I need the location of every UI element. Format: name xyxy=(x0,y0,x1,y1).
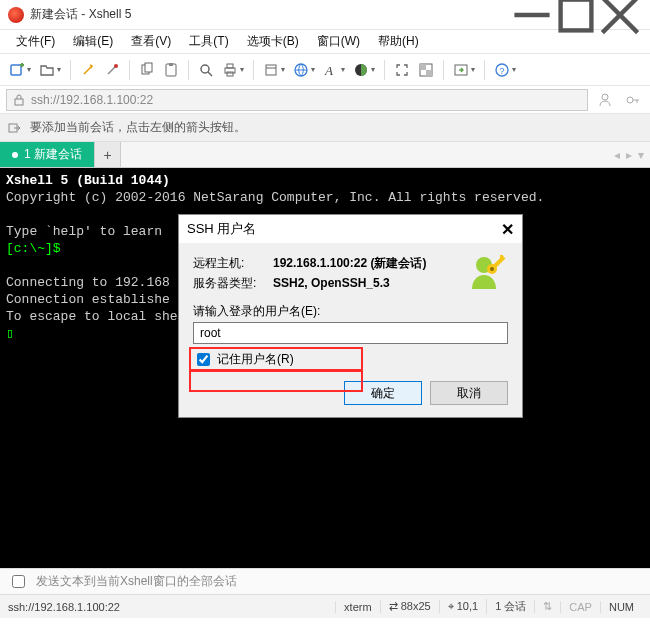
menu-view[interactable]: 查看(V) xyxy=(123,31,179,52)
tab-menu-icon[interactable]: ▾ xyxy=(638,148,644,162)
svg-rect-11 xyxy=(169,63,173,66)
term-cursor: ▯ xyxy=(6,326,14,341)
lock-icon xyxy=(13,94,25,106)
term-line: Connection establishe xyxy=(6,292,170,307)
svg-rect-1 xyxy=(561,0,592,30)
close-button[interactable] xyxy=(598,0,642,30)
term-line: Type `help' to learn xyxy=(6,224,170,239)
tab-label: 1 新建会话 xyxy=(24,146,82,163)
tab-nav: ◂ ▸ ▾ xyxy=(608,142,650,167)
encoding-button[interactable]: ▾ xyxy=(290,58,318,82)
username-input[interactable] xyxy=(193,322,508,344)
info-bar: 要添加当前会话，点击左侧的箭头按钮。 xyxy=(0,114,650,142)
print-button[interactable]: ▾ xyxy=(219,58,247,82)
status-up-icon[interactable]: ⇅ xyxy=(534,600,560,613)
tab-strip: 1 新建会话 + ◂ ▸ ▾ xyxy=(0,142,650,168)
status-dot-icon xyxy=(12,152,18,158)
tab-add-button[interactable]: + xyxy=(95,142,121,167)
separator xyxy=(188,60,189,80)
remember-username-label: 记住用户名(R) xyxy=(217,351,294,368)
color-scheme-button[interactable]: ▾ xyxy=(350,58,378,82)
term-line: To escape to local she xyxy=(6,309,178,324)
menu-tools[interactable]: 工具(T) xyxy=(181,31,236,52)
term-line: Connecting to 192.168 xyxy=(6,275,170,290)
address-bar: ssh://192.168.1.100:22 xyxy=(0,86,650,114)
info-text: 要添加当前会话，点击左侧的箭头按钮。 xyxy=(30,119,246,136)
menu-window[interactable]: 窗口(W) xyxy=(309,31,368,52)
tab-active[interactable]: 1 新建会话 xyxy=(0,142,95,167)
remote-host-label: 远程主机: xyxy=(193,255,273,272)
copy-button[interactable] xyxy=(136,58,158,82)
separator xyxy=(253,60,254,80)
svg-point-30 xyxy=(627,97,633,103)
address-input[interactable]: ssh://192.168.1.100:22 xyxy=(6,89,588,111)
svg-rect-9 xyxy=(145,63,152,72)
menu-edit[interactable]: 编辑(E) xyxy=(65,31,121,52)
status-sessions: 1 会话 xyxy=(486,599,534,614)
separator xyxy=(484,60,485,80)
user-button[interactable] xyxy=(594,88,616,112)
separator xyxy=(384,60,385,80)
term-line: Xshell 5 (Build 1044) xyxy=(6,173,170,188)
titlebar: 新建会话 - Xshell 5 xyxy=(0,0,650,30)
disconnect-button[interactable] xyxy=(101,58,123,82)
toolbar: ▾ ▾ ▾ ▾ ▾ A ▾ ▾ xyxy=(0,54,650,86)
server-type-label: 服务器类型: xyxy=(193,275,273,292)
svg-rect-15 xyxy=(227,64,233,68)
maximize-button[interactable] xyxy=(554,0,598,30)
term-line: Copyright (c) 2002-2016 NetSarang Comput… xyxy=(6,190,544,205)
tab-prev-icon[interactable]: ◂ xyxy=(614,148,620,162)
find-button[interactable] xyxy=(195,58,217,82)
dialog-titlebar[interactable]: SSH 用户名 ✕ xyxy=(179,215,522,243)
status-cursor: ⌖ 10,1 xyxy=(439,600,486,613)
svg-rect-4 xyxy=(11,65,21,75)
svg-point-36 xyxy=(490,267,494,271)
remote-host-value: 192.168.1.100:22 (新建会话) xyxy=(273,255,426,272)
separator xyxy=(443,60,444,80)
svg-point-7 xyxy=(114,64,118,68)
remember-username-checkbox[interactable] xyxy=(197,353,210,366)
send-all-checkbox[interactable] xyxy=(12,575,25,588)
status-term: xterm xyxy=(335,601,380,613)
paste-button[interactable] xyxy=(160,58,182,82)
server-type-value: SSH2, OpenSSH_5.3 xyxy=(273,276,390,290)
svg-point-12 xyxy=(201,65,209,73)
term-prompt: [c:\~]$ xyxy=(6,241,61,256)
separator xyxy=(129,60,130,80)
transparency-button[interactable] xyxy=(415,58,437,82)
status-num: NUM xyxy=(600,601,642,613)
reconnect-button[interactable] xyxy=(77,58,99,82)
cancel-button[interactable]: 取消 xyxy=(430,381,508,405)
transfer-button[interactable]: ▾ xyxy=(450,58,478,82)
svg-text:A: A xyxy=(324,63,333,78)
new-session-button[interactable]: ▾ xyxy=(6,58,34,82)
send-bar-text: 发送文本到当前Xshell窗口的全部会话 xyxy=(36,573,237,590)
help-button[interactable]: ? ▾ xyxy=(491,58,519,82)
open-session-button[interactable]: ▾ xyxy=(36,58,64,82)
arrow-add-icon[interactable] xyxy=(8,121,22,135)
font-button[interactable]: A ▾ xyxy=(320,58,348,82)
minimize-button[interactable] xyxy=(510,0,554,30)
tab-next-icon[interactable]: ▸ xyxy=(626,148,632,162)
window-title: 新建会话 - Xshell 5 xyxy=(30,6,510,23)
menu-help[interactable]: 帮助(H) xyxy=(370,31,427,52)
menu-file[interactable]: 文件(F) xyxy=(8,31,63,52)
svg-line-13 xyxy=(208,72,212,76)
menu-tabs[interactable]: 选项卡(B) xyxy=(239,31,307,52)
properties-button[interactable]: ▾ xyxy=(260,58,288,82)
username-prompt: 请输入登录的用户名(E): xyxy=(193,303,508,320)
ok-button[interactable]: 确定 xyxy=(344,381,422,405)
remember-username-check[interactable]: 记住用户名(R) xyxy=(193,350,508,369)
svg-rect-28 xyxy=(15,99,23,105)
app-icon xyxy=(8,7,24,23)
dialog-close-button[interactable]: ✕ xyxy=(501,220,514,239)
password-button[interactable] xyxy=(622,88,644,112)
send-bar: 发送文本到当前Xshell窗口的全部会话 xyxy=(0,568,650,594)
dialog-title: SSH 用户名 xyxy=(187,220,256,238)
status-connection: ssh://192.168.1.100:22 xyxy=(8,601,120,613)
svg-rect-37 xyxy=(500,255,503,260)
status-size: ⇄ 88x25 xyxy=(380,600,439,613)
fullscreen-button[interactable] xyxy=(391,58,413,82)
svg-rect-17 xyxy=(266,65,276,75)
ssh-username-dialog: SSH 用户名 ✕ 远程主机: 192.168.1.100:22 (新建会话) … xyxy=(178,214,523,418)
